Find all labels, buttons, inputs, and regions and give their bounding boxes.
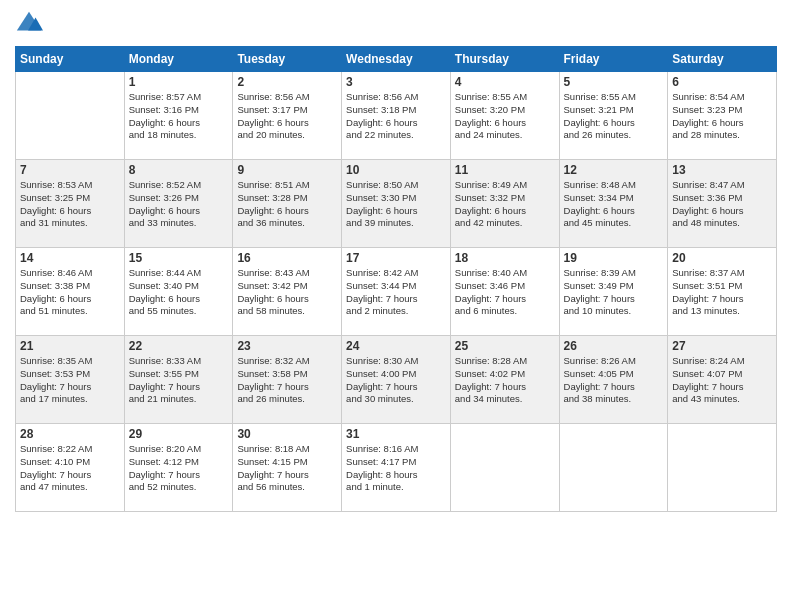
- week-row-4: 21Sunrise: 8:35 AM Sunset: 3:53 PM Dayli…: [16, 336, 777, 424]
- day-info: Sunrise: 8:46 AM Sunset: 3:38 PM Dayligh…: [20, 267, 120, 318]
- day-cell: 19Sunrise: 8:39 AM Sunset: 3:49 PM Dayli…: [559, 248, 668, 336]
- day-info: Sunrise: 8:22 AM Sunset: 4:10 PM Dayligh…: [20, 443, 120, 494]
- day-number: 23: [237, 339, 337, 353]
- day-number: 3: [346, 75, 446, 89]
- day-cell: 22Sunrise: 8:33 AM Sunset: 3:55 PM Dayli…: [124, 336, 233, 424]
- week-row-2: 7Sunrise: 8:53 AM Sunset: 3:25 PM Daylig…: [16, 160, 777, 248]
- day-info: Sunrise: 8:55 AM Sunset: 3:21 PM Dayligh…: [564, 91, 664, 142]
- day-cell: 25Sunrise: 8:28 AM Sunset: 4:02 PM Dayli…: [450, 336, 559, 424]
- day-info: Sunrise: 8:16 AM Sunset: 4:17 PM Dayligh…: [346, 443, 446, 494]
- day-header-tuesday: Tuesday: [233, 47, 342, 72]
- day-number: 27: [672, 339, 772, 353]
- day-info: Sunrise: 8:54 AM Sunset: 3:23 PM Dayligh…: [672, 91, 772, 142]
- day-cell: 8Sunrise: 8:52 AM Sunset: 3:26 PM Daylig…: [124, 160, 233, 248]
- day-info: Sunrise: 8:55 AM Sunset: 3:20 PM Dayligh…: [455, 91, 555, 142]
- day-cell: 11Sunrise: 8:49 AM Sunset: 3:32 PM Dayli…: [450, 160, 559, 248]
- day-header-sunday: Sunday: [16, 47, 125, 72]
- day-cell: 20Sunrise: 8:37 AM Sunset: 3:51 PM Dayli…: [668, 248, 777, 336]
- day-number: 4: [455, 75, 555, 89]
- day-cell: 23Sunrise: 8:32 AM Sunset: 3:58 PM Dayli…: [233, 336, 342, 424]
- day-info: Sunrise: 8:50 AM Sunset: 3:30 PM Dayligh…: [346, 179, 446, 230]
- day-header-friday: Friday: [559, 47, 668, 72]
- day-cell: 17Sunrise: 8:42 AM Sunset: 3:44 PM Dayli…: [342, 248, 451, 336]
- day-number: 7: [20, 163, 120, 177]
- day-number: 12: [564, 163, 664, 177]
- day-info: Sunrise: 8:32 AM Sunset: 3:58 PM Dayligh…: [237, 355, 337, 406]
- day-number: 19: [564, 251, 664, 265]
- day-number: 31: [346, 427, 446, 441]
- day-cell: 31Sunrise: 8:16 AM Sunset: 4:17 PM Dayli…: [342, 424, 451, 512]
- day-info: Sunrise: 8:24 AM Sunset: 4:07 PM Dayligh…: [672, 355, 772, 406]
- day-cell: 10Sunrise: 8:50 AM Sunset: 3:30 PM Dayli…: [342, 160, 451, 248]
- day-number: 8: [129, 163, 229, 177]
- day-cell: 1Sunrise: 8:57 AM Sunset: 3:16 PM Daylig…: [124, 72, 233, 160]
- day-cell: 12Sunrise: 8:48 AM Sunset: 3:34 PM Dayli…: [559, 160, 668, 248]
- day-info: Sunrise: 8:18 AM Sunset: 4:15 PM Dayligh…: [237, 443, 337, 494]
- day-info: Sunrise: 8:42 AM Sunset: 3:44 PM Dayligh…: [346, 267, 446, 318]
- day-cell: 4Sunrise: 8:55 AM Sunset: 3:20 PM Daylig…: [450, 72, 559, 160]
- week-row-5: 28Sunrise: 8:22 AM Sunset: 4:10 PM Dayli…: [16, 424, 777, 512]
- day-cell: 28Sunrise: 8:22 AM Sunset: 4:10 PM Dayli…: [16, 424, 125, 512]
- header-row: SundayMondayTuesdayWednesdayThursdayFrid…: [16, 47, 777, 72]
- week-row-1: 1Sunrise: 8:57 AM Sunset: 3:16 PM Daylig…: [16, 72, 777, 160]
- header: [15, 10, 777, 38]
- logo-icon: [15, 10, 43, 38]
- day-cell: 7Sunrise: 8:53 AM Sunset: 3:25 PM Daylig…: [16, 160, 125, 248]
- day-info: Sunrise: 8:28 AM Sunset: 4:02 PM Dayligh…: [455, 355, 555, 406]
- day-cell: [450, 424, 559, 512]
- day-number: 5: [564, 75, 664, 89]
- day-number: 10: [346, 163, 446, 177]
- day-info: Sunrise: 8:56 AM Sunset: 3:17 PM Dayligh…: [237, 91, 337, 142]
- day-number: 9: [237, 163, 337, 177]
- day-number: 16: [237, 251, 337, 265]
- day-number: 18: [455, 251, 555, 265]
- day-number: 29: [129, 427, 229, 441]
- day-number: 13: [672, 163, 772, 177]
- day-number: 15: [129, 251, 229, 265]
- day-header-saturday: Saturday: [668, 47, 777, 72]
- calendar-table: SundayMondayTuesdayWednesdayThursdayFrid…: [15, 46, 777, 512]
- day-info: Sunrise: 8:40 AM Sunset: 3:46 PM Dayligh…: [455, 267, 555, 318]
- day-info: Sunrise: 8:53 AM Sunset: 3:25 PM Dayligh…: [20, 179, 120, 230]
- day-info: Sunrise: 8:57 AM Sunset: 3:16 PM Dayligh…: [129, 91, 229, 142]
- day-info: Sunrise: 8:51 AM Sunset: 3:28 PM Dayligh…: [237, 179, 337, 230]
- week-row-3: 14Sunrise: 8:46 AM Sunset: 3:38 PM Dayli…: [16, 248, 777, 336]
- day-info: Sunrise: 8:37 AM Sunset: 3:51 PM Dayligh…: [672, 267, 772, 318]
- day-cell: 29Sunrise: 8:20 AM Sunset: 4:12 PM Dayli…: [124, 424, 233, 512]
- day-number: 20: [672, 251, 772, 265]
- day-cell: 3Sunrise: 8:56 AM Sunset: 3:18 PM Daylig…: [342, 72, 451, 160]
- day-cell: [559, 424, 668, 512]
- day-cell: 30Sunrise: 8:18 AM Sunset: 4:15 PM Dayli…: [233, 424, 342, 512]
- day-number: 1: [129, 75, 229, 89]
- day-cell: 24Sunrise: 8:30 AM Sunset: 4:00 PM Dayli…: [342, 336, 451, 424]
- day-cell: 15Sunrise: 8:44 AM Sunset: 3:40 PM Dayli…: [124, 248, 233, 336]
- day-info: Sunrise: 8:20 AM Sunset: 4:12 PM Dayligh…: [129, 443, 229, 494]
- day-number: 22: [129, 339, 229, 353]
- day-number: 21: [20, 339, 120, 353]
- day-cell: 18Sunrise: 8:40 AM Sunset: 3:46 PM Dayli…: [450, 248, 559, 336]
- day-info: Sunrise: 8:35 AM Sunset: 3:53 PM Dayligh…: [20, 355, 120, 406]
- day-info: Sunrise: 8:43 AM Sunset: 3:42 PM Dayligh…: [237, 267, 337, 318]
- day-cell: [16, 72, 125, 160]
- logo: [15, 10, 47, 38]
- day-number: 17: [346, 251, 446, 265]
- day-number: 2: [237, 75, 337, 89]
- day-info: Sunrise: 8:48 AM Sunset: 3:34 PM Dayligh…: [564, 179, 664, 230]
- day-info: Sunrise: 8:33 AM Sunset: 3:55 PM Dayligh…: [129, 355, 229, 406]
- day-info: Sunrise: 8:30 AM Sunset: 4:00 PM Dayligh…: [346, 355, 446, 406]
- day-number: 26: [564, 339, 664, 353]
- day-cell: 16Sunrise: 8:43 AM Sunset: 3:42 PM Dayli…: [233, 248, 342, 336]
- day-info: Sunrise: 8:52 AM Sunset: 3:26 PM Dayligh…: [129, 179, 229, 230]
- day-header-wednesday: Wednesday: [342, 47, 451, 72]
- calendar-page: SundayMondayTuesdayWednesdayThursdayFrid…: [0, 0, 792, 612]
- day-info: Sunrise: 8:49 AM Sunset: 3:32 PM Dayligh…: [455, 179, 555, 230]
- day-number: 25: [455, 339, 555, 353]
- day-header-monday: Monday: [124, 47, 233, 72]
- day-cell: 2Sunrise: 8:56 AM Sunset: 3:17 PM Daylig…: [233, 72, 342, 160]
- day-cell: 5Sunrise: 8:55 AM Sunset: 3:21 PM Daylig…: [559, 72, 668, 160]
- day-info: Sunrise: 8:26 AM Sunset: 4:05 PM Dayligh…: [564, 355, 664, 406]
- day-number: 24: [346, 339, 446, 353]
- day-cell: 27Sunrise: 8:24 AM Sunset: 4:07 PM Dayli…: [668, 336, 777, 424]
- day-header-thursday: Thursday: [450, 47, 559, 72]
- day-number: 6: [672, 75, 772, 89]
